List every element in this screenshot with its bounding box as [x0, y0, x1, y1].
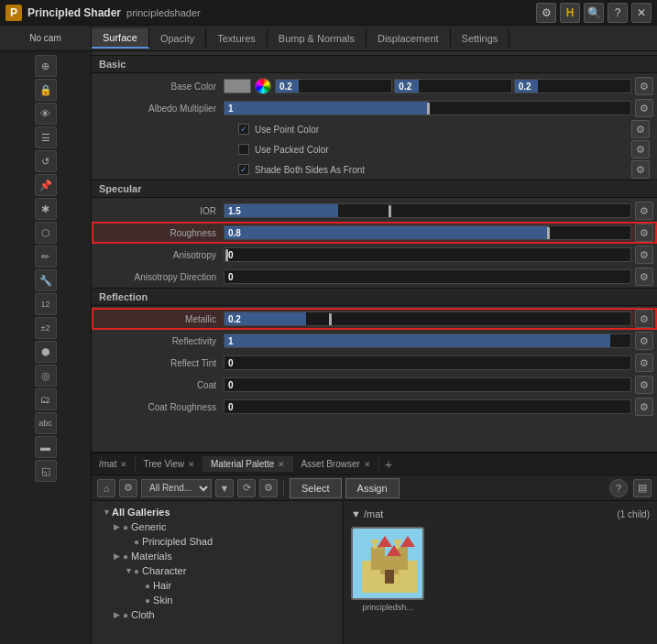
coat-gear[interactable]: ⚙: [635, 376, 653, 394]
camera-label[interactable]: No cam: [29, 33, 60, 43]
tab-opacity[interactable]: Opacity: [149, 29, 206, 48]
sidebar-icon-view[interactable]: 👁: [35, 103, 57, 125]
sidebar-icon-rect[interactable]: ▬: [35, 436, 57, 458]
bottom-tool-arrow-down[interactable]: ▼: [215, 479, 234, 497]
info-button[interactable]: ?: [608, 3, 628, 23]
color-swatch[interactable]: [224, 79, 251, 93]
sidebar-icon-abc[interactable]: abc: [35, 412, 57, 434]
use-point-color-checkbox[interactable]: [238, 124, 249, 135]
tree-hair[interactable]: ● Hair: [92, 578, 343, 593]
character-icon: ●: [134, 566, 139, 576]
sidebar-icon-hex2[interactable]: ⬢: [35, 341, 57, 363]
metallic-slider[interactable]: 0.2: [224, 311, 631, 326]
all-galleries-arrow: ▼: [103, 508, 112, 517]
bottom-tab-mat[interactable]: /mat ✕: [92, 456, 136, 472]
assign-button[interactable]: Assign: [345, 478, 400, 498]
tree-materials[interactable]: ▶ ● Materials: [92, 549, 343, 563]
bottom-tool-sync[interactable]: ⟳: [237, 479, 256, 497]
sidebar-icon-layers[interactable]: 🗂: [35, 388, 57, 410]
shade-both-gear[interactable]: ⚙: [631, 160, 650, 179]
bottom-tool-gear[interactable]: ⚙: [119, 479, 137, 497]
bottom-tool-extra[interactable]: ▤: [633, 479, 652, 497]
sidebar-icon-12[interactable]: 12: [35, 293, 57, 315]
ior-gear[interactable]: ⚙: [635, 202, 653, 220]
tree-principled-shad[interactable]: ● Principled Shad: [92, 534, 343, 549]
gear-icon[interactable]: ⚙: [536, 3, 556, 23]
sidebar-icon-wrench[interactable]: 🔧: [35, 269, 57, 291]
bottom-tool-home[interactable]: ⌂: [97, 479, 115, 497]
tree-generic[interactable]: ▶ ● Generic: [92, 519, 343, 534]
sidebar-icon-target[interactable]: ◎: [35, 365, 57, 387]
bottom-tab-asset-browser[interactable]: Asset Browser ✕: [293, 456, 378, 472]
tree-view-tab-close[interactable]: ✕: [188, 460, 195, 469]
tab-settings[interactable]: Settings: [451, 29, 510, 48]
roughness-gear[interactable]: ⚙: [635, 224, 653, 242]
tab-textures[interactable]: Textures: [206, 29, 268, 48]
base-color-r-slider[interactable]: 0.2: [275, 79, 392, 93]
reflectivity-gear[interactable]: ⚙: [635, 332, 653, 350]
sidebar-icon-rotate[interactable]: ↺: [35, 150, 57, 172]
use-point-color-gear[interactable]: ⚙: [631, 120, 650, 138]
roughness-slider[interactable]: 0.8: [224, 225, 631, 240]
sidebar-icon-pm2[interactable]: ±2: [35, 317, 57, 339]
anisotropy-gear[interactable]: ⚙: [635, 246, 653, 264]
albedo-slider[interactable]: 1: [224, 101, 631, 115]
bottom-help-button[interactable]: ?: [609, 479, 628, 497]
sidebar-icon-add[interactable]: ⊕: [35, 55, 57, 77]
camera-select-area[interactable]: No cam: [0, 26, 91, 51]
shade-both-checkbox[interactable]: [238, 164, 249, 175]
help-h-button[interactable]: H: [560, 3, 580, 23]
bottom-tab-tree-view[interactable]: Tree View ✕: [136, 456, 203, 472]
tree-skin[interactable]: ● Skin: [92, 593, 343, 607]
albedo-gear[interactable]: ⚙: [635, 99, 653, 117]
sidebar-icon-hex[interactable]: ⬡: [35, 222, 57, 244]
search-button[interactable]: 🔍: [584, 3, 604, 23]
color-wheel-button[interactable]: [255, 78, 271, 94]
sidebar-icon-menu[interactable]: ☰: [35, 126, 57, 148]
reflectivity-slider[interactable]: 1: [224, 333, 631, 348]
reflect-tint-gear[interactable]: ⚙: [635, 354, 653, 372]
use-packed-color-gear[interactable]: ⚙: [631, 140, 650, 158]
sidebar-icon-bracket[interactable]: ◱: [35, 460, 57, 482]
mat-path: ▼ /mat: [351, 508, 383, 519]
coat-slider[interactable]: 0: [224, 377, 631, 392]
app-icon: P: [5, 5, 22, 21]
sidebar-icon-edit[interactable]: ✏: [35, 246, 57, 267]
sidebar-icon-pin[interactable]: 📌: [35, 174, 57, 196]
coat-roughness-slider[interactable]: 0: [224, 399, 631, 414]
tab-displacement[interactable]: Displacement: [367, 29, 451, 48]
anisotropy-direction-slider[interactable]: 0: [224, 269, 631, 284]
render-mode-select[interactable]: All Rend...: [141, 479, 212, 497]
sidebar-icon-star[interactable]: ✱: [35, 198, 57, 220]
asset-browser-tab-close[interactable]: ✕: [364, 460, 371, 469]
tab-surface[interactable]: Surface: [92, 28, 149, 49]
material-thumbnail[interactable]: [351, 527, 424, 600]
anisotropy-direction-control: 0 ⚙: [224, 267, 653, 286]
mat-tab-close[interactable]: ✕: [120, 460, 127, 469]
metallic-gear[interactable]: ⚙: [635, 310, 653, 328]
close-button[interactable]: ✕: [631, 3, 652, 23]
bottom-tool-settings[interactable]: ⚙: [259, 479, 278, 497]
tab-bump-normals[interactable]: Bump & Normals: [268, 29, 367, 48]
ior-label: IOR: [95, 206, 224, 216]
base-color-g-slider[interactable]: 0.2: [394, 79, 511, 93]
tree-all-galleries[interactable]: ▼ All Galleries: [92, 505, 343, 519]
tree-cloth[interactable]: ▶ ● Cloth: [92, 607, 343, 622]
select-button[interactable]: Select: [290, 478, 342, 498]
bottom-tab-material-palette[interactable]: Material Palette ✕: [203, 456, 293, 472]
add-tab-button[interactable]: +: [379, 457, 398, 472]
base-color-r-value: 0.2: [279, 80, 292, 93]
anisotropy-direction-gear[interactable]: ⚙: [635, 267, 653, 286]
ior-slider[interactable]: 1.5: [224, 203, 631, 218]
reflect-tint-slider[interactable]: 0: [224, 355, 631, 370]
material-item-principledsh[interactable]: principledsh...: [351, 527, 424, 612]
use-packed-color-checkbox[interactable]: [238, 144, 249, 155]
material-palette-tab-close[interactable]: ✕: [278, 460, 285, 469]
base-color-b-slider[interactable]: 0.2: [514, 79, 631, 93]
anisotropy-slider[interactable]: 0: [224, 247, 631, 262]
coat-roughness-gear[interactable]: ⚙: [635, 398, 653, 416]
base-color-gear[interactable]: ⚙: [635, 77, 653, 95]
sidebar-icon-lock[interactable]: 🔒: [35, 79, 57, 101]
character-label: Character: [142, 565, 186, 576]
tree-character[interactable]: ▼ ● Character: [92, 563, 343, 578]
